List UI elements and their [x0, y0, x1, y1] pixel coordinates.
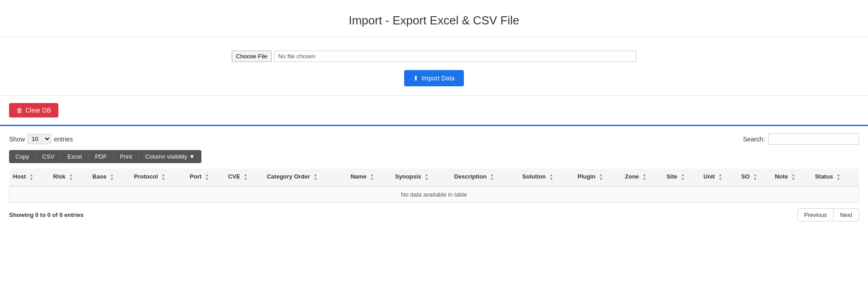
- col-protocol[interactable]: Protocol ▲▼: [130, 169, 186, 186]
- col-plugin[interactable]: Plugin ▲▼: [574, 169, 621, 186]
- col-port[interactable]: Port ▲▼: [186, 169, 224, 186]
- showing-suffix: entries: [62, 212, 83, 218]
- entries-label: entries: [54, 136, 73, 143]
- sort-icon-unit: ▲▼: [718, 173, 722, 181]
- entries-select[interactable]: 10 25 50 100: [28, 134, 51, 144]
- upload-section: Choose File No file chosen ⬆ Import Data: [0, 37, 868, 96]
- sort-icon-name: ▲▼: [370, 173, 374, 181]
- excel-button[interactable]: Excel: [61, 150, 89, 163]
- clear-db-section: 🗑 Clear DB: [0, 96, 868, 126]
- table-header: Host ▲▼ Risk ▲▼ Base ▲▼ Protocol ▲▼ Port…: [10, 169, 859, 186]
- sort-icon-site: ▲▼: [681, 173, 685, 181]
- table-controls-top: Show 10 25 50 100 entries Search:: [9, 133, 859, 145]
- col-cve[interactable]: CVE ▲▼: [224, 169, 263, 186]
- data-table: Host ▲▼ Risk ▲▼ Base ▲▼ Protocol ▲▼ Port…: [9, 169, 859, 203]
- col-so[interactable]: SO ▲▼: [738, 169, 771, 186]
- show-entries-control: Show 10 25 50 100 entries: [9, 134, 73, 144]
- copy-button[interactable]: Copy: [9, 150, 36, 163]
- showing-prefix: Showing: [9, 212, 35, 218]
- upload-icon: ⬆: [413, 75, 419, 82]
- search-input[interactable]: [768, 133, 859, 145]
- search-label: Search:: [743, 136, 765, 143]
- print-button[interactable]: Print: [114, 150, 139, 163]
- col-note[interactable]: Note ▲▼: [771, 169, 811, 186]
- col-category-order[interactable]: Category Order ▲▼: [263, 169, 347, 186]
- next-button[interactable]: Next: [834, 208, 859, 221]
- showing-text: Showing 0 to 0 of 0 entries: [9, 212, 84, 218]
- clear-db-button[interactable]: 🗑 Clear DB: [9, 103, 58, 118]
- sort-icon-so: ▲▼: [753, 173, 757, 181]
- pagination: Previous Next: [797, 208, 859, 221]
- sort-icon-protocol: ▲▼: [161, 173, 165, 181]
- file-input-row: Choose File No file chosen: [232, 51, 636, 62]
- table-footer: Showing 0 to 0 of 0 entries Previous Nex…: [9, 208, 859, 221]
- col-zone[interactable]: Zone ▲▼: [621, 169, 663, 186]
- sort-icon-port: ▲▼: [205, 173, 209, 181]
- pdf-button[interactable]: PDF: [89, 150, 114, 163]
- col-host[interactable]: Host ▲▼: [10, 169, 50, 186]
- sort-icon-solution: ▲▼: [549, 173, 553, 181]
- sort-icon-category-order: ▲▼: [314, 173, 318, 181]
- trash-icon: 🗑: [16, 107, 23, 114]
- choose-file-button[interactable]: Choose File: [232, 51, 271, 62]
- sort-icon-description: ▲▼: [490, 173, 494, 181]
- import-btn-label: Import Data: [421, 75, 454, 82]
- col-description[interactable]: Description ▲▼: [451, 169, 519, 186]
- sort-icon-risk: ▲▼: [69, 173, 73, 181]
- col-name[interactable]: Name ▲▼: [347, 169, 391, 186]
- clear-db-label: Clear DB: [25, 107, 51, 114]
- sort-icon-status: ▲▼: [836, 173, 840, 181]
- col-base[interactable]: Base ▲▼: [89, 169, 130, 186]
- btn-toolbar: Copy CSV Excel PDF Print Column visibili…: [9, 150, 859, 163]
- col-site[interactable]: Site ▲▼: [663, 169, 700, 186]
- no-data-row: No data available in table: [10, 186, 859, 203]
- show-label: Show: [9, 136, 25, 143]
- column-visibility-button[interactable]: Column visibility ▼: [139, 150, 201, 163]
- no-data-message: No data available in table: [10, 186, 859, 203]
- import-data-button[interactable]: ⬆ Import Data: [404, 70, 463, 86]
- sort-icon-zone: ▲▼: [642, 173, 646, 181]
- col-unit[interactable]: Unit ▲▼: [700, 169, 738, 186]
- previous-button[interactable]: Previous: [797, 208, 834, 221]
- table-body: No data available in table: [10, 186, 859, 203]
- search-box: Search:: [743, 133, 859, 145]
- col-status[interactable]: Status ▲▼: [811, 169, 859, 186]
- col-risk[interactable]: Risk ▲▼: [49, 169, 89, 186]
- sort-icon-cve: ▲▼: [243, 173, 248, 181]
- table-section: Show 10 25 50 100 entries Search: Copy C…: [0, 126, 868, 229]
- sort-icon-synopsis: ▲▼: [424, 173, 429, 181]
- chevron-down-icon: ▼: [189, 153, 195, 160]
- sort-icon-base: ▲▼: [110, 173, 114, 181]
- column-visibility-label: Column visibility: [145, 153, 187, 160]
- col-solution[interactable]: Solution ▲▼: [519, 169, 574, 186]
- page-title: Import - Export Excel & CSV File: [0, 0, 868, 37]
- sort-icon-plugin: ▲▼: [599, 173, 603, 181]
- sort-icon-note: ▲▼: [792, 173, 796, 181]
- file-name-display: No file chosen: [274, 51, 636, 62]
- col-synopsis[interactable]: Synopsis ▲▼: [391, 169, 451, 186]
- csv-button[interactable]: CSV: [36, 150, 61, 163]
- sort-icon-host: ▲▼: [29, 173, 33, 181]
- showing-range: 0 to 0 of 0: [35, 212, 63, 218]
